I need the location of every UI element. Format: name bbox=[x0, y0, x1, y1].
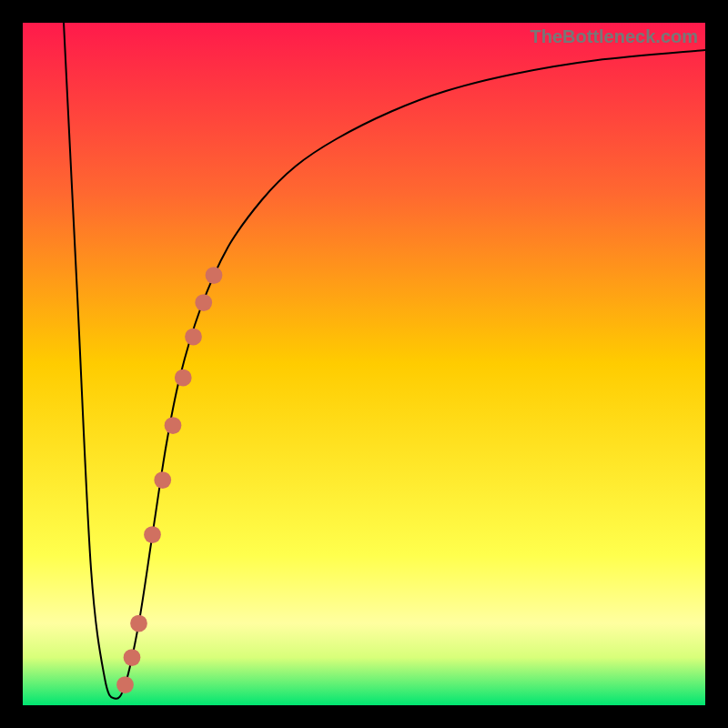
highlight-dot bbox=[185, 329, 202, 346]
highlight-dot bbox=[195, 294, 212, 311]
highlight-dot bbox=[144, 526, 161, 543]
highlight-dot bbox=[154, 471, 171, 489]
highlight-dot bbox=[116, 676, 134, 693]
highlight-dots bbox=[116, 267, 222, 693]
highlight-dot bbox=[130, 615, 147, 632]
highlight-dot bbox=[206, 267, 223, 284]
chart-frame: TheBottleneck.com bbox=[0, 0, 728, 728]
plot-area: TheBottleneck.com bbox=[23, 23, 705, 705]
highlight-dot bbox=[124, 649, 141, 666]
bottleneck-curve bbox=[64, 23, 705, 699]
watermark-text: TheBottleneck.com bbox=[531, 26, 698, 47]
highlight-dot bbox=[175, 369, 192, 387]
highlight-dot bbox=[165, 417, 182, 434]
curve-layer bbox=[23, 23, 705, 705]
